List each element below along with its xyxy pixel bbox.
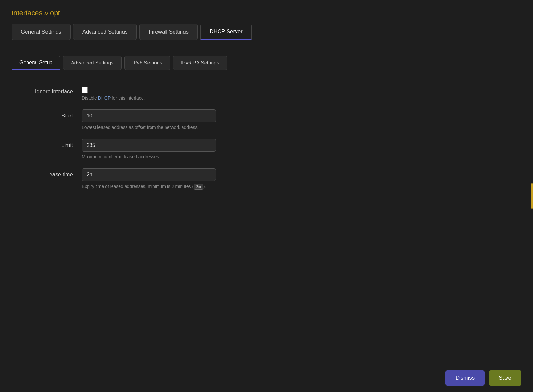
sub-tabs-container: General Setup Advanced Settings IPv6 Set… xyxy=(0,56,533,70)
lease-time-row: Lease time Expiry time of leased address… xyxy=(12,168,340,190)
tab-advanced-settings[interactable]: Advanced Settings xyxy=(73,24,137,40)
sub-tab-ipv6-ra-settings[interactable]: IPv6 RA Settings xyxy=(173,56,227,70)
start-input[interactable] xyxy=(82,109,216,122)
ignore-interface-label: Ignore interface xyxy=(12,85,82,95)
limit-label: Limit xyxy=(12,139,82,148)
content-area: Ignore interface Disable DHCP for this i… xyxy=(0,80,351,190)
ignore-interface-checkbox[interactable] xyxy=(82,87,88,93)
scroll-indicator xyxy=(531,183,533,209)
limit-hint: Maximum number of leased addresses. xyxy=(82,154,340,159)
start-label: Start xyxy=(12,109,82,119)
sub-tab-ipv6-settings[interactable]: IPv6 Settings xyxy=(124,56,170,70)
dhcp-link[interactable]: DHCP xyxy=(98,95,111,101)
start-field-wrapper: Lowest leased address as offset from the… xyxy=(82,109,340,130)
save-button[interactable]: Save xyxy=(489,370,521,386)
lease-time-input[interactable] xyxy=(82,168,216,181)
limit-row: Limit Maximum number of leased addresses… xyxy=(12,139,340,159)
breadcrumb: Interfaces » opt xyxy=(0,0,533,24)
limit-input[interactable] xyxy=(82,139,216,152)
ignore-interface-row: Ignore interface Disable DHCP for this i… xyxy=(12,85,340,101)
lease-time-hint-suffix: ). xyxy=(203,184,206,189)
dismiss-button[interactable]: Dismiss xyxy=(445,370,485,386)
lease-time-field-wrapper: Expiry time of leased addresses, minimum… xyxy=(82,168,340,190)
sub-tab-general-setup[interactable]: General Setup xyxy=(12,56,60,70)
limit-field-wrapper: Maximum number of leased addresses. xyxy=(82,139,340,159)
ignore-interface-field-wrapper: Disable DHCP for this interface. xyxy=(82,85,340,101)
tab-dhcp-server[interactable]: DHCP Server xyxy=(200,24,252,40)
divider xyxy=(12,48,521,48)
tab-general-settings[interactable]: General Settings xyxy=(12,24,71,40)
lease-time-badge: 2m xyxy=(194,184,203,190)
lease-time-hint: Expiry time of leased addresses, minimum… xyxy=(82,184,340,190)
bottom-bar: Dismiss Save xyxy=(0,364,533,392)
ignore-interface-checkbox-wrapper xyxy=(82,85,340,93)
top-tabs-container: General Settings Advanced Settings Firew… xyxy=(0,24,533,40)
tab-firewall-settings[interactable]: Firewall Settings xyxy=(139,24,198,40)
start-hint: Lowest leased address as offset from the… xyxy=(82,125,340,130)
sub-tab-advanced-settings[interactable]: Advanced Settings xyxy=(63,56,121,70)
lease-time-label: Lease time xyxy=(12,168,82,178)
start-row: Start Lowest leased address as offset fr… xyxy=(12,109,340,130)
ignore-interface-hint: Disable DHCP for this interface. xyxy=(82,95,340,101)
lease-time-hint-prefix: Expiry time of leased addresses, minimum… xyxy=(82,184,194,189)
